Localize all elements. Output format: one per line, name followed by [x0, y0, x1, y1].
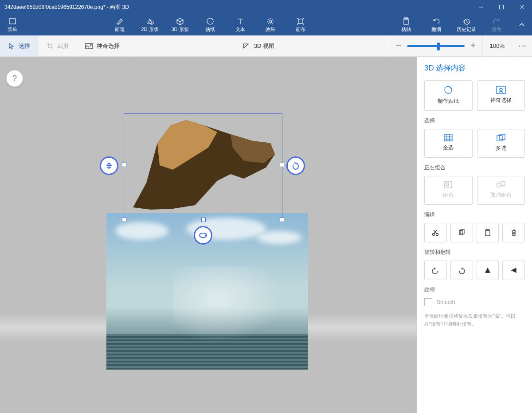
- svg-point-39: [436, 234, 438, 236]
- select-all-button[interactable]: 全选: [424, 129, 473, 158]
- brushes-label: 画笔: [115, 26, 125, 33]
- multi-select-button[interactable]: 多选: [477, 129, 525, 158]
- rotate-left-button[interactable]: [424, 261, 447, 280]
- undo-button[interactable]: 撤消: [421, 14, 451, 35]
- select-label: 选择: [19, 42, 30, 50]
- more-options-button[interactable]: [512, 35, 532, 56]
- panel-title: 3D 选择内容: [424, 63, 525, 73]
- section-grouping-label: 正在组合: [424, 164, 525, 171]
- svg-point-13: [90, 44, 91, 45]
- redo-label: 重做: [492, 26, 501, 33]
- ungroup-label: 取消组合: [490, 191, 512, 199]
- svg-rect-37: [501, 182, 505, 186]
- svg-point-7: [269, 20, 272, 23]
- section-rotate-label: 旋转和翻转: [424, 249, 525, 256]
- main-area: ?: [0, 57, 532, 413]
- zoom-percent[interactable]: 100%: [482, 35, 512, 56]
- section-select-label: 选择: [424, 117, 525, 125]
- svg-point-19: [524, 45, 525, 46]
- magic-select-label: 神奇选择: [97, 42, 120, 50]
- shapes3d-button[interactable]: 3D 形状: [165, 14, 195, 35]
- zoom-controls: [389, 35, 482, 56]
- svg-rect-1: [500, 5, 504, 9]
- ribbon-toolbar: 菜单 画笔 2D 形状 3D 形状 贴纸 文本 效果 画布 粘贴 撤消 历史记录: [0, 14, 532, 35]
- svg-point-38: [433, 234, 435, 236]
- cut-button[interactable]: [424, 223, 447, 242]
- crop-label: 裁剪: [57, 42, 69, 50]
- svg-rect-8: [298, 19, 303, 23]
- crop-tool[interactable]: 裁剪: [39, 35, 77, 56]
- collapse-ribbon-button[interactable]: [512, 14, 532, 35]
- canvas-button[interactable]: 画布: [286, 14, 316, 35]
- smooth-label: Smooth: [437, 299, 455, 305]
- effects-button[interactable]: 效果: [255, 14, 286, 35]
- svg-point-26: [500, 88, 502, 91]
- paste-label: 粘贴: [401, 26, 411, 33]
- window-title: 342daeef852d08f0cab19659122670e.png* - 画…: [0, 4, 471, 11]
- redo-button[interactable]: 重做: [481, 14, 512, 35]
- multi-select-label: 多选: [496, 144, 506, 152]
- group-label: 组合: [443, 191, 454, 199]
- flip-horizontal-button[interactable]: [477, 261, 499, 280]
- zoom-out-button[interactable]: [395, 42, 402, 50]
- stickers-label: 贴纸: [205, 26, 215, 33]
- brushes-button[interactable]: 画笔: [105, 14, 135, 35]
- text-button[interactable]: 文本: [225, 14, 255, 35]
- rotate-y-handle[interactable]: [286, 156, 305, 175]
- canvas-label: 画布: [296, 26, 305, 33]
- rotate-right-button[interactable]: [450, 261, 473, 280]
- paste-button[interactable]: 粘贴: [391, 14, 421, 35]
- texture-note: 平滑纹理要求将显示质量设置为"高"。可以在"设置"中调整此设置。: [424, 312, 525, 328]
- stickers-button[interactable]: 贴纸: [195, 14, 225, 35]
- help-button[interactable]: ?: [6, 70, 23, 87]
- make-sticker-button[interactable]: 制作贴纸: [424, 80, 473, 111]
- svg-point-24: [445, 86, 452, 94]
- group-button: 组合: [424, 176, 473, 205]
- select-tool[interactable]: 选择: [0, 35, 39, 56]
- section-texture-label: 纹理: [424, 286, 525, 294]
- svg-rect-35: [446, 183, 449, 186]
- title-bar: 342daeef852d08f0cab19659122670e.png* - 画…: [0, 0, 532, 14]
- zoom-slider[interactable]: [407, 45, 465, 47]
- history-label: 历史记录: [457, 26, 476, 33]
- undo-label: 撤消: [431, 26, 441, 33]
- selection-bounding-box[interactable]: [124, 113, 282, 220]
- menu-button[interactable]: 菜单: [0, 14, 25, 35]
- zoom-in-button[interactable]: [470, 42, 476, 50]
- canvas-workspace[interactable]: ?: [0, 57, 417, 413]
- view-3d-label: 3D 视图: [254, 42, 274, 50]
- copy-button[interactable]: [450, 223, 473, 242]
- ungroup-button: 取消组合: [477, 176, 525, 205]
- effects-label: 效果: [266, 26, 275, 33]
- svg-rect-27: [444, 135, 452, 141]
- magic-select-button[interactable]: 神奇选择: [477, 80, 525, 111]
- view-3d-toggle[interactable]: 3D 视图: [235, 42, 282, 50]
- make-sticker-label: 制作贴纸: [438, 97, 459, 105]
- svg-rect-4: [9, 19, 16, 24]
- shapes3d-label: 3D 形状: [171, 26, 188, 33]
- svg-rect-36: [497, 183, 501, 187]
- smooth-checkbox[interactable]: [424, 298, 432, 306]
- close-button[interactable]: [512, 0, 532, 14]
- select-all-label: 全选: [443, 144, 454, 152]
- secondary-toolbar: 选择 裁剪 神奇选择 3D 视图 100%: [0, 35, 532, 57]
- help-icon: ?: [12, 74, 17, 83]
- paste-panel-button[interactable]: [477, 223, 499, 242]
- history-button[interactable]: 历史记录: [451, 14, 481, 35]
- rotate-z-handle[interactable]: [194, 226, 212, 245]
- svg-point-18: [521, 45, 522, 46]
- flip-vertical-button[interactable]: [502, 261, 525, 280]
- section-edit-label: 编辑: [424, 211, 525, 218]
- shapes2d-button[interactable]: 2D 形状: [135, 14, 165, 35]
- maximize-button[interactable]: [491, 0, 512, 14]
- text-label: 文本: [235, 26, 245, 33]
- magic-select-tool[interactable]: 神奇选择: [77, 35, 128, 56]
- shapes2d-label: 2D 形状: [141, 26, 158, 33]
- svg-point-17: [519, 45, 520, 46]
- delete-button[interactable]: [502, 223, 525, 242]
- window-controls: [471, 0, 532, 14]
- minimize-button[interactable]: [471, 0, 491, 14]
- z-depth-handle[interactable]: [100, 156, 118, 175]
- menu-label: 菜单: [8, 26, 17, 33]
- properties-panel: 3D 选择内容 制作贴纸 神奇选择 选择 全选 多选 正在组合: [417, 57, 532, 413]
